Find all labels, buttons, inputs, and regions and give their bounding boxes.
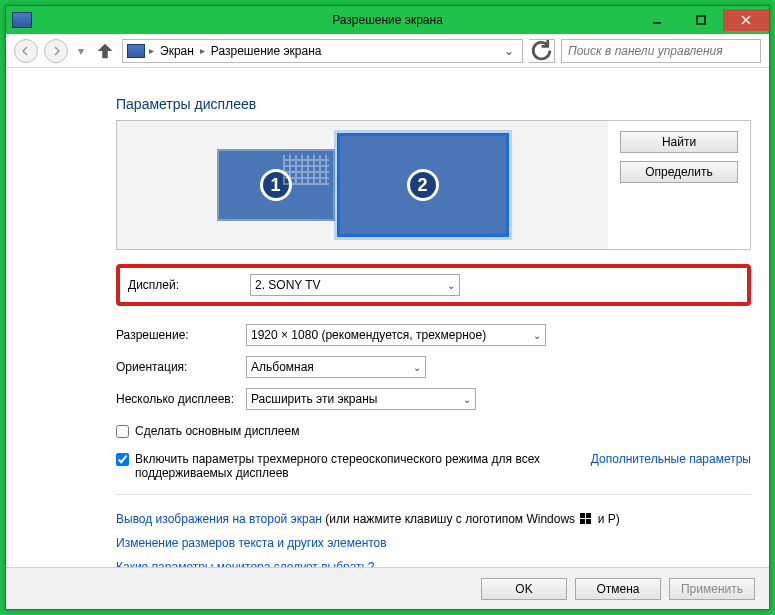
enable-3d-label: Включить параметры трехмерного стереоско… (135, 452, 555, 480)
window-controls (635, 9, 769, 31)
orientation-select[interactable]: Альбомная ⌄ (246, 356, 426, 378)
advanced-settings-link[interactable]: Дополнительные параметры (591, 452, 751, 466)
chevron-down-icon: ⌄ (533, 330, 541, 341)
multi-display-label: Несколько дисплеев: (116, 392, 246, 406)
window-frame: Разрешение экрана ▾ ▸ Экран ▸ Разрешение… (5, 5, 770, 610)
maximize-button[interactable] (679, 9, 723, 31)
dialog-footer: OK Отмена Применить (6, 567, 769, 609)
breadcrumb-root[interactable]: Экран (158, 44, 196, 58)
chevron-down-icon: ⌄ (447, 280, 455, 291)
resolution-value: 1920 × 1080 (рекомендуется, трехмерное) (251, 328, 486, 342)
resolution-select[interactable]: 1920 × 1080 (рекомендуется, трехмерное) … (246, 324, 546, 346)
stereo-row: Включить параметры трехмерного стереоско… (116, 452, 751, 480)
monitor-2[interactable]: 2 (337, 133, 509, 237)
minimize-button[interactable] (635, 9, 679, 31)
search-input[interactable] (561, 39, 761, 63)
settings-form: Разрешение: 1920 × 1080 (рекомендуется, … (116, 324, 751, 410)
history-dropdown[interactable]: ▾ (74, 40, 88, 62)
section-title: Параметры дисплеев (116, 96, 751, 112)
identify-button[interactable]: Определить (620, 161, 738, 183)
refresh-button[interactable] (529, 39, 555, 63)
svg-rect-1 (697, 16, 705, 24)
make-primary-row: Сделать основным дисплеем (116, 424, 751, 438)
address-bar[interactable]: ▸ Экран ▸ Разрешение экрана ⌄ (122, 39, 523, 63)
navbar: ▾ ▸ Экран ▸ Разрешение экрана ⌄ (6, 34, 769, 68)
second-screen-tail-b: и P) (598, 512, 620, 526)
multi-display-select[interactable]: Расширить эти экраны ⌄ (246, 388, 476, 410)
apply-button[interactable]: Применить (669, 578, 755, 600)
up-button[interactable] (94, 40, 116, 62)
monitor-decoration (283, 155, 329, 185)
display-value: 2. SONY TV (255, 278, 321, 292)
monitor-1[interactable]: 1 (217, 149, 335, 221)
cancel-button[interactable]: Отмена (575, 578, 661, 600)
second-screen-line: Вывод изображения на второй экран (или н… (116, 511, 751, 526)
orientation-value: Альбомная (251, 360, 314, 374)
detect-button[interactable]: Найти (620, 131, 738, 153)
back-button[interactable] (14, 39, 38, 63)
display-icon (127, 44, 145, 58)
multi-display-value: Расширить эти экраны (251, 392, 377, 406)
close-button[interactable] (723, 9, 769, 31)
monitor-canvas[interactable]: 1 2 (117, 121, 608, 249)
which-settings-link[interactable]: Какие параметры монитора следует выбрать… (116, 560, 751, 567)
make-primary-label: Сделать основным дисплеем (135, 424, 299, 438)
bottom-links: Вывод изображения на второй экран (или н… (116, 511, 751, 567)
orientation-label: Ориентация: (116, 360, 246, 374)
app-icon (12, 12, 32, 28)
separator (116, 494, 751, 495)
resolution-label: Разрешение: (116, 328, 246, 342)
ok-button[interactable]: OK (481, 578, 567, 600)
address-dropdown[interactable]: ⌄ (500, 44, 518, 58)
breadcrumb-current[interactable]: Разрешение экрана (209, 44, 324, 58)
chevron-down-icon: ⌄ (463, 394, 471, 405)
window-title: Разрешение экрана (332, 13, 443, 27)
display-select[interactable]: 2. SONY TV ⌄ (250, 274, 460, 296)
monitor-number: 2 (407, 169, 439, 201)
enable-3d-checkbox[interactable] (116, 453, 129, 466)
forward-button[interactable] (44, 39, 68, 63)
titlebar[interactable]: Разрешение экрана (6, 6, 769, 34)
second-screen-link[interactable]: Вывод изображения на второй экран (116, 512, 322, 526)
chevron-down-icon: ⌄ (413, 362, 421, 373)
make-primary-checkbox[interactable] (116, 425, 129, 438)
chevron-right-icon: ▸ (200, 45, 205, 56)
display-row-highlight: Дисплей: 2. SONY TV ⌄ (116, 264, 751, 306)
text-size-link[interactable]: Изменение размеров текста и других элеме… (116, 536, 751, 550)
monitor-side-buttons: Найти Определить (608, 121, 750, 249)
content-area: Параметры дисплеев 1 2 Найти Определить … (6, 68, 769, 567)
chevron-right-icon: ▸ (149, 45, 154, 56)
windows-key-icon (580, 513, 592, 525)
monitor-preview-panel: 1 2 Найти Определить (116, 120, 751, 250)
second-screen-tail-a: (или нажмите клавишу с логотипом Windows (325, 512, 578, 526)
display-label: Дисплей: (128, 278, 250, 292)
